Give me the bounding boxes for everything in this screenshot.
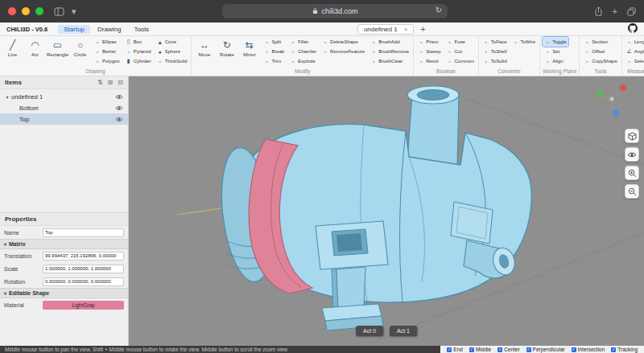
zoom-out-button[interactable] [625, 184, 639, 199]
name-input[interactable]: Top [43, 228, 124, 237]
ribbon-button-polygon[interactable]: ▫Polygon [93, 56, 122, 66]
rotation-input[interactable]: 0.000000, 0.000000, 0.000000 [43, 277, 124, 286]
matrix-rows: Translation99.994437, 215.192896, 0.0000… [0, 249, 128, 288]
ribbon-button-rectangle[interactable]: ▭Rectangle [47, 37, 68, 67]
ribbon-button-cut[interactable]: ▫Cut [445, 47, 476, 56]
ribbon-button-explode[interactable]: ▫Explode [288, 56, 318, 66]
ribbon-button-line[interactable]: ╱Line [2, 37, 23, 67]
ribbon-button-align[interactable]: ▫Align [543, 56, 568, 66]
properties-panel: Properties Name Top ▾ Matrix Translation… [0, 213, 128, 346]
tree-item-bottom[interactable]: Bottom [0, 102, 128, 113]
snap-tracking[interactable]: ✓Tracking [611, 347, 638, 352]
act-button-0[interactable]: Act 0 [356, 326, 383, 336]
tree-item-undefined-1[interactable]: ▾undefined 1 [0, 91, 128, 102]
snap-intersection[interactable]: ✓Intersection [572, 347, 605, 352]
shape-section-header[interactable]: ▾ Editable Shape [0, 288, 128, 298]
ribbon-button-common[interactable]: ▫Common [445, 56, 476, 66]
viewport-3d[interactable]: Act 0Act 1 [129, 76, 644, 346]
ribbon-button-prism[interactable]: ▫Prism [416, 37, 442, 47]
ribbon-button-length[interactable]: ▫Length [625, 37, 644, 47]
sphere-icon: ● [157, 49, 163, 55]
ribbon-button-brushremove[interactable]: ▫BrushRemove [369, 47, 411, 56]
ribbon-button-section[interactable]: ▫Section [582, 37, 618, 47]
new-document-button[interactable]: + [420, 25, 425, 34]
close-window-button[interactable] [8, 7, 16, 15]
snap-center[interactable]: ✓Center [497, 347, 520, 352]
fillet-icon: ▫ [290, 39, 296, 45]
caret-down-icon[interactable]: ▾ [3, 94, 11, 100]
ribbon-button-brushadd[interactable]: ▫BrushAdd [369, 37, 411, 47]
ribbon-button-bezier[interactable]: ▫Bezier [93, 47, 122, 56]
tab-overview-icon[interactable] [627, 7, 636, 16]
visibility-button[interactable] [625, 147, 639, 162]
ribbon-button-fuse[interactable]: ▫Fuse [445, 37, 476, 47]
matrix-section-header[interactable]: ▾ Matrix [0, 239, 128, 249]
ribbon-button-move[interactable]: ↔Move [194, 37, 214, 67]
snap-middle[interactable]: ✓Middle [469, 347, 491, 352]
close-document-icon[interactable]: × [404, 26, 408, 33]
ribbon-button-chamfer[interactable]: ▫Chamfer [288, 47, 318, 56]
ribbon-button-ellipse[interactable]: ▫Ellipse [93, 37, 122, 47]
ribbon-button-brushclear[interactable]: ▫BrushClear [369, 56, 411, 66]
minimize-window-button[interactable] [22, 7, 30, 15]
axis-gizmo[interactable] [597, 84, 626, 116]
name-label: Name [4, 230, 39, 236]
ribbon-button-arc[interactable]: ◠Arc [25, 37, 45, 67]
ribbon-button-pyramid[interactable]: ▫Pyramid [124, 47, 153, 56]
eye-icon[interactable] [115, 117, 123, 122]
zoom-in-button[interactable] [625, 166, 639, 180]
ribbon-button-box[interactable]: ▯Box [124, 37, 153, 47]
github-icon[interactable] [628, 23, 638, 35]
ribbon-button-select[interactable]: ▫Select [625, 56, 644, 66]
ribbon-button-sphere[interactable]: ●Sphere [155, 47, 189, 56]
tree-item-top[interactable]: Top [0, 113, 128, 125]
act-button-1[interactable]: Act 1 [390, 326, 417, 336]
material-button[interactable]: LightGray [43, 301, 124, 310]
tab-tools[interactable]: Tools [128, 25, 155, 34]
ribbon-button-set[interactable]: ▫Set [543, 47, 568, 56]
chevron-down-icon[interactable]: ▾ [72, 7, 76, 16]
ribbon-button-mirror[interactable]: ⇆Mirror [239, 37, 259, 67]
ribbon-button-thicksolid[interactable]: ▫ThickSolid [155, 56, 189, 66]
url-bar[interactable]: chili3d.com ↻ [222, 4, 448, 18]
snap-end[interactable]: ✓End [447, 347, 463, 352]
ribbon-button-angle[interactable]: ∠Angle [625, 47, 644, 56]
share-icon[interactable] [594, 6, 603, 16]
ribbon-button-toggle[interactable]: ▫Toggle [543, 37, 568, 47]
ribbon-button-cylinder[interactable]: ▮Cylinder [124, 56, 153, 66]
reload-icon[interactable]: ↻ [436, 6, 442, 14]
document-tab[interactable]: undefined 1 × [357, 24, 415, 35]
ribbon-button-rotate[interactable]: ↻Rotate [217, 37, 237, 67]
ribbon-button-revol[interactable]: ▫Revol [416, 56, 442, 66]
maximize-window-button[interactable] [35, 7, 43, 15]
ribbon-button-toface[interactable]: ▫ToFace [481, 37, 509, 47]
eye-icon[interactable] [115, 94, 123, 100]
snap-perpendicular[interactable]: ✓Perpendicular [526, 347, 565, 352]
view-cube-button[interactable] [625, 129, 639, 143]
polygon-icon: ▫ [94, 59, 101, 64]
ribbon-button-toshell[interactable]: ▫ToShell [481, 47, 509, 56]
ribbon-button-towire[interactable]: ▫ToWire [511, 37, 538, 47]
sort-icon[interactable]: ⇅ [97, 79, 103, 86]
ribbon-button-break[interactable]: ▫Break [262, 47, 286, 56]
tab-startup[interactable]: Startup [58, 25, 90, 34]
new-tab-icon[interactable]: + [613, 7, 617, 16]
ribbon-button-circle[interactable]: ○Circle [70, 37, 90, 67]
eye-icon[interactable] [115, 105, 123, 111]
ribbon-button-cone[interactable]: ▲Cone [155, 37, 189, 47]
ribbon-button-tosolid[interactable]: ▫ToSolid [481, 56, 509, 66]
ribbon-button-sweep[interactable]: ▫Sweep [416, 47, 442, 56]
ribbon-button-offset[interactable]: ▫Offset [582, 47, 618, 56]
ribbon-button-fillet[interactable]: ▫Fillet [288, 37, 318, 47]
ribbon-button-deleteshape[interactable]: ▫DeleteShape [320, 37, 366, 47]
collapse-all-icon[interactable]: ⊟ [118, 79, 123, 86]
scale-input[interactable]: 1.000000, 1.000000, 1.000000 [43, 265, 124, 273]
ribbon-button-copyshape[interactable]: ▫CopyShape [582, 56, 618, 66]
translation-input[interactable]: 99.994437, 215.192896, 0.00000 [43, 252, 124, 261]
ribbon-button-split[interactable]: ▫Split [262, 37, 286, 47]
expand-all-icon[interactable]: ⊞ [108, 79, 114, 86]
ribbon-button-trim[interactable]: ▫Trim [262, 56, 286, 66]
sidebar-toggle-icon[interactable] [54, 7, 64, 16]
ribbon-button-removefeature[interactable]: ▫RemoveFeature [320, 47, 366, 56]
tab-drawing[interactable]: Drawing [92, 25, 126, 34]
